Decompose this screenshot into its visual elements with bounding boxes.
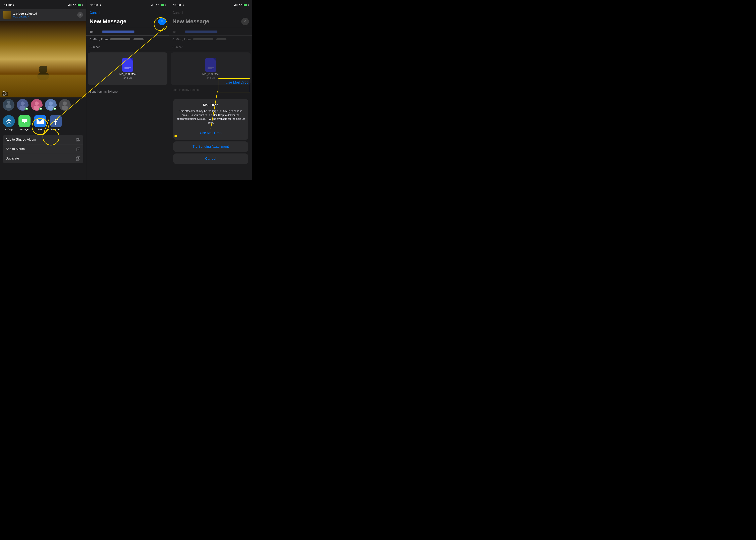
- add-to-album[interactable]: Add to Album: [3, 144, 83, 154]
- svg-rect-1: [68, 5, 69, 6]
- s1-header: 1 Video Selected 0:20 Options > ×: [0, 9, 86, 21]
- share-airdrop[interactable]: AirDrop: [3, 115, 15, 131]
- svg-point-40: [100, 5, 101, 6]
- duplicate[interactable]: Duplicate: [3, 154, 83, 163]
- add-album-icon: [76, 147, 80, 151]
- action-list: Add to Shared Album Add to Album: [3, 135, 83, 163]
- messages-label: Messages: [20, 128, 30, 131]
- subject-field[interactable]: Subject:: [86, 43, 169, 51]
- attachment-block-3: IMG_4267.MOV 40.4 MB: [173, 55, 248, 82]
- svg-rect-50: [237, 4, 238, 6]
- svg-rect-4: [71, 4, 71, 6]
- time-2: 11:03: [90, 3, 101, 7]
- svg-point-8: [39, 66, 42, 70]
- status-bar-3: 11:03: [169, 0, 252, 9]
- photo-grid: 0:11: [0, 21, 86, 97]
- share-row: AirDrop Messages Mail: [0, 112, 86, 133]
- status-icons-2: [151, 4, 165, 6]
- ccbcc-field-3: Cc/Bcc, From:: [169, 36, 252, 43]
- attachment-size-3: 40.4 MB: [207, 77, 215, 79]
- share-mail[interactable]: Mail: [34, 115, 46, 131]
- svg-rect-49: [236, 4, 237, 6]
- svg-point-12: [7, 101, 10, 104]
- to-field[interactable]: To:: [86, 28, 169, 36]
- compose-header: New Message: [86, 17, 169, 28]
- attachment-name-3: IMG_4267.MOV: [202, 73, 219, 76]
- compose-title-dimmed: New Message: [172, 18, 209, 25]
- share-facebook[interactable]: Facebook: [50, 115, 62, 131]
- contact-1[interactable]: [3, 99, 14, 111]
- share-messages[interactable]: Messages: [19, 115, 31, 131]
- contact-2[interactable]: [17, 99, 29, 111]
- attachment-name: IMG_4267.MOV: [119, 73, 137, 76]
- svg-point-9: [44, 66, 47, 70]
- svg-rect-3: [70, 4, 70, 6]
- ccbcc-field[interactable]: Cc/Bcc, From:: [86, 36, 169, 43]
- to-value: [102, 31, 134, 33]
- yellow-dot-mail-drop: [174, 135, 177, 137]
- compose-header-dimmed: New Message: [169, 17, 252, 28]
- use-mail-drop-btn[interactable]: Use Mail Drop: [176, 128, 245, 136]
- sent-from: Sent from my iPhone: [86, 86, 169, 96]
- svg-rect-43: [153, 4, 154, 6]
- cancel-dialog-label: Cancel: [205, 157, 216, 161]
- video-options[interactable]: 0:20 Options >: [13, 15, 75, 18]
- compose-area: IMG_4267.MOV 40.4 MB: [88, 53, 167, 85]
- attachment-icon: [122, 58, 133, 72]
- svg-point-0: [13, 5, 14, 6]
- ccbcc-value-3: [193, 38, 213, 40]
- add-shared-album[interactable]: Add to Shared Album: [3, 135, 83, 144]
- status-bar-2: 11:03: [86, 0, 169, 9]
- facebook-label: Facebook: [51, 128, 60, 131]
- attachment-block: IMG_4267.MOV 40.4 MB: [90, 55, 165, 82]
- attachment-size: 40.4 MB: [124, 77, 132, 79]
- duplicate-icon: [76, 156, 80, 161]
- screen-1: 11:02 1 Video Selected 0:20 Options > ×: [0, 0, 86, 180]
- svg-point-15: [21, 101, 25, 105]
- status-bar-1: 11:02: [0, 0, 86, 9]
- try-sending-btn[interactable]: Try Sending Attachment: [173, 141, 248, 152]
- close-button[interactable]: ×: [77, 12, 83, 18]
- try-sending-label: Try Sending Attachment: [192, 145, 229, 148]
- sent-from-3: Sent from my iPhone: [169, 86, 252, 93]
- status-icons-1: [68, 4, 82, 6]
- video-thumbnail: [3, 11, 11, 19]
- svg-rect-41: [151, 5, 152, 6]
- time-1: 11:02: [4, 3, 15, 7]
- video-duration: 0:11: [2, 92, 8, 96]
- contacts-row: [0, 97, 86, 112]
- to-value-3: [185, 31, 217, 33]
- battery-1: [77, 4, 82, 6]
- send-btn-dimmed: [241, 18, 249, 25]
- dialog-body: This attachment may be too large (38.5 M…: [176, 109, 245, 125]
- compose-title: New Message: [89, 18, 127, 25]
- time-3: 11:03: [173, 3, 184, 7]
- airdrop-label: AirDrop: [5, 128, 12, 131]
- svg-point-51: [240, 5, 241, 6]
- svg-point-18: [35, 101, 39, 105]
- from-value: [134, 38, 144, 40]
- send-button[interactable]: [158, 18, 166, 25]
- svg-point-30: [78, 140, 78, 140]
- cancel-dialog-btn[interactable]: Cancel: [173, 154, 248, 164]
- mail-icon[interactable]: [34, 115, 46, 127]
- svg-point-5: [74, 5, 75, 6]
- contact-4[interactable]: [45, 99, 56, 111]
- contact-5[interactable]: [59, 99, 71, 111]
- subject-field-3: Subject:: [169, 43, 252, 51]
- contact-3[interactable]: [31, 99, 43, 111]
- svg-point-25: [61, 105, 68, 110]
- use-mail-drop-overlay-label: Use Mail Drop: [226, 80, 249, 84]
- svg-rect-31: [76, 148, 79, 151]
- screen-3: 11:03 Cancel New Message To:: [169, 0, 252, 180]
- svg-rect-48: [235, 4, 236, 6]
- compose-area-3: IMG_4267.MOV 40.4 MB: [171, 53, 251, 85]
- dialog-main: Mail Drop This attachment may be too lar…: [173, 99, 248, 140]
- svg-rect-35: [76, 157, 79, 161]
- cancel-button-2[interactable]: Cancel: [86, 9, 169, 17]
- cancel-dimmed: Cancel: [169, 9, 252, 17]
- mail-drop-dialog: Mail Drop This attachment may be too lar…: [173, 99, 248, 164]
- to-field-3: To:: [169, 28, 252, 36]
- svg-point-46: [183, 5, 184, 6]
- svg-rect-29: [77, 138, 80, 141]
